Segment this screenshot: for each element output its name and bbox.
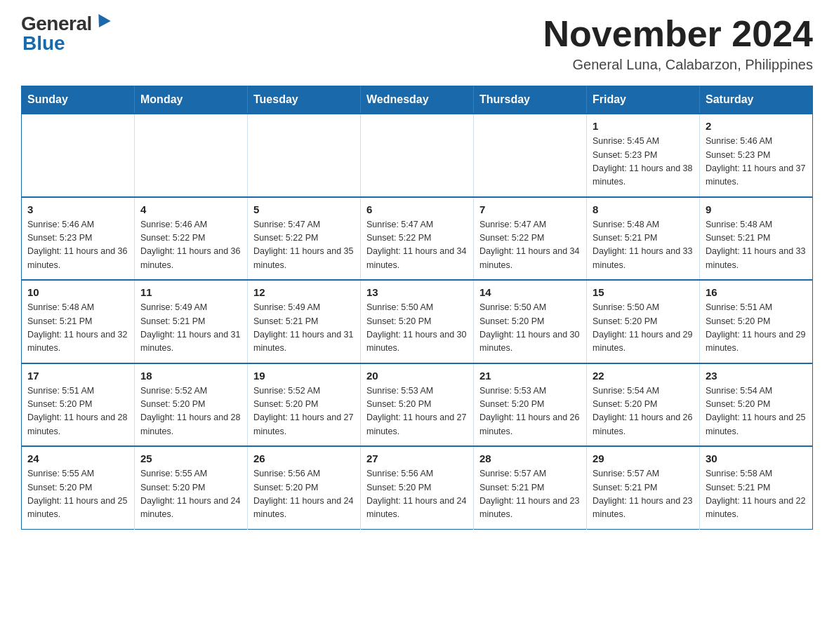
day-of-week-header: Thursday xyxy=(474,86,587,114)
day-number: 21 xyxy=(479,370,581,382)
calendar-header-row: SundayMondayTuesdayWednesdayThursdayFrid… xyxy=(22,86,813,114)
day-info: Sunrise: 5:50 AMSunset: 5:20 PMDaylight:… xyxy=(593,301,694,356)
calendar-day-cell: 17Sunrise: 5:51 AMSunset: 5:20 PMDayligh… xyxy=(22,363,135,447)
day-info: Sunrise: 5:51 AMSunset: 5:20 PMDaylight:… xyxy=(706,301,807,356)
day-info: Sunrise: 5:47 AMSunset: 5:22 PMDaylight:… xyxy=(366,218,468,273)
day-info: Sunrise: 5:46 AMSunset: 5:23 PMDaylight:… xyxy=(706,135,807,189)
day-number: 13 xyxy=(366,286,468,298)
day-info: Sunrise: 5:53 AMSunset: 5:20 PMDaylight:… xyxy=(479,384,581,439)
calendar-week-row: 17Sunrise: 5:51 AMSunset: 5:20 PMDayligh… xyxy=(22,363,813,447)
day-info: Sunrise: 5:54 AMSunset: 5:20 PMDaylight:… xyxy=(706,384,807,439)
calendar-day-cell: 11Sunrise: 5:49 AMSunset: 5:21 PMDayligh… xyxy=(135,280,248,363)
logo-general-text: General xyxy=(21,14,92,34)
day-number: 30 xyxy=(706,452,807,464)
day-number: 20 xyxy=(366,370,468,382)
calendar-day-cell: 1Sunrise: 5:45 AMSunset: 5:23 PMDaylight… xyxy=(587,114,700,197)
day-of-week-header: Wednesday xyxy=(361,86,474,114)
day-info: Sunrise: 5:47 AMSunset: 5:22 PMDaylight:… xyxy=(479,218,581,273)
day-info: Sunrise: 5:49 AMSunset: 5:21 PMDaylight:… xyxy=(140,301,241,356)
day-of-week-header: Tuesday xyxy=(248,86,361,114)
day-info: Sunrise: 5:53 AMSunset: 5:20 PMDaylight:… xyxy=(366,384,468,439)
day-info: Sunrise: 5:50 AMSunset: 5:20 PMDaylight:… xyxy=(479,301,581,356)
calendar-day-cell: 10Sunrise: 5:48 AMSunset: 5:21 PMDayligh… xyxy=(22,280,135,363)
calendar-day-cell xyxy=(135,114,248,197)
day-info: Sunrise: 5:55 AMSunset: 5:20 PMDaylight:… xyxy=(27,467,128,522)
calendar-day-cell: 15Sunrise: 5:50 AMSunset: 5:20 PMDayligh… xyxy=(587,280,700,363)
day-number: 3 xyxy=(27,203,128,215)
day-info: Sunrise: 5:46 AMSunset: 5:23 PMDaylight:… xyxy=(27,218,128,273)
logo: General Blue xyxy=(21,14,109,53)
calendar-day-cell: 13Sunrise: 5:50 AMSunset: 5:20 PMDayligh… xyxy=(361,280,474,363)
day-number: 24 xyxy=(27,452,128,464)
logo-triangle-icon xyxy=(93,14,110,31)
day-info: Sunrise: 5:49 AMSunset: 5:21 PMDaylight:… xyxy=(253,301,355,356)
logo-blue-text: Blue xyxy=(22,34,65,53)
calendar-week-row: 3Sunrise: 5:46 AMSunset: 5:23 PMDaylight… xyxy=(22,197,813,281)
day-number: 5 xyxy=(253,203,355,215)
day-info: Sunrise: 5:48 AMSunset: 5:21 PMDaylight:… xyxy=(706,218,807,273)
day-info: Sunrise: 5:57 AMSunset: 5:21 PMDaylight:… xyxy=(479,467,581,522)
page-header: General Blue November 2024 General Luna,… xyxy=(21,14,813,73)
calendar-day-cell: 28Sunrise: 5:57 AMSunset: 5:21 PMDayligh… xyxy=(474,446,587,529)
day-number: 9 xyxy=(706,203,807,215)
day-number: 19 xyxy=(253,370,355,382)
calendar-week-row: 10Sunrise: 5:48 AMSunset: 5:21 PMDayligh… xyxy=(22,280,813,363)
day-number: 16 xyxy=(706,286,807,298)
day-number: 12 xyxy=(253,286,355,298)
calendar-week-row: 24Sunrise: 5:55 AMSunset: 5:20 PMDayligh… xyxy=(22,446,813,529)
calendar-day-cell: 27Sunrise: 5:56 AMSunset: 5:20 PMDayligh… xyxy=(361,446,474,529)
calendar-day-cell: 22Sunrise: 5:54 AMSunset: 5:20 PMDayligh… xyxy=(587,363,700,447)
location-text: General Luna, Calabarzon, Philippines xyxy=(543,57,813,73)
calendar-day-cell: 2Sunrise: 5:46 AMSunset: 5:23 PMDaylight… xyxy=(700,114,813,197)
calendar-day-cell: 19Sunrise: 5:52 AMSunset: 5:20 PMDayligh… xyxy=(248,363,361,447)
calendar-day-cell: 14Sunrise: 5:50 AMSunset: 5:20 PMDayligh… xyxy=(474,280,587,363)
calendar-day-cell: 26Sunrise: 5:56 AMSunset: 5:20 PMDayligh… xyxy=(248,446,361,529)
day-of-week-header: Monday xyxy=(135,86,248,114)
day-of-week-header: Saturday xyxy=(700,86,813,114)
day-info: Sunrise: 5:48 AMSunset: 5:21 PMDaylight:… xyxy=(593,218,694,273)
day-info: Sunrise: 5:51 AMSunset: 5:20 PMDaylight:… xyxy=(27,384,128,439)
calendar-day-cell: 29Sunrise: 5:57 AMSunset: 5:21 PMDayligh… xyxy=(587,446,700,529)
calendar-table: SundayMondayTuesdayWednesdayThursdayFrid… xyxy=(21,86,813,530)
calendar-day-cell: 25Sunrise: 5:55 AMSunset: 5:20 PMDayligh… xyxy=(135,446,248,529)
calendar-week-row: 1Sunrise: 5:45 AMSunset: 5:23 PMDaylight… xyxy=(22,114,813,197)
calendar-day-cell: 23Sunrise: 5:54 AMSunset: 5:20 PMDayligh… xyxy=(700,363,813,447)
day-number: 22 xyxy=(593,370,694,382)
calendar-day-cell: 4Sunrise: 5:46 AMSunset: 5:22 PMDaylight… xyxy=(135,197,248,281)
day-number: 1 xyxy=(593,120,694,132)
title-area: November 2024 General Luna, Calabarzon, … xyxy=(543,14,813,73)
calendar-day-cell: 5Sunrise: 5:47 AMSunset: 5:22 PMDaylight… xyxy=(248,197,361,281)
day-info: Sunrise: 5:55 AMSunset: 5:20 PMDaylight:… xyxy=(140,467,241,522)
calendar-day-cell: 30Sunrise: 5:58 AMSunset: 5:21 PMDayligh… xyxy=(700,446,813,529)
day-info: Sunrise: 5:56 AMSunset: 5:20 PMDaylight:… xyxy=(253,467,355,522)
calendar-day-cell: 21Sunrise: 5:53 AMSunset: 5:20 PMDayligh… xyxy=(474,363,587,447)
day-info: Sunrise: 5:50 AMSunset: 5:20 PMDaylight:… xyxy=(366,301,468,356)
calendar-day-cell: 9Sunrise: 5:48 AMSunset: 5:21 PMDaylight… xyxy=(700,197,813,281)
day-of-week-header: Sunday xyxy=(22,86,135,114)
day-number: 6 xyxy=(366,203,468,215)
day-info: Sunrise: 5:58 AMSunset: 5:21 PMDaylight:… xyxy=(706,467,807,522)
day-number: 4 xyxy=(140,203,241,215)
calendar-day-cell xyxy=(248,114,361,197)
day-number: 26 xyxy=(253,452,355,464)
day-info: Sunrise: 5:56 AMSunset: 5:20 PMDaylight:… xyxy=(366,467,468,522)
calendar-day-cell: 20Sunrise: 5:53 AMSunset: 5:20 PMDayligh… xyxy=(361,363,474,447)
day-info: Sunrise: 5:47 AMSunset: 5:22 PMDaylight:… xyxy=(253,218,355,273)
day-number: 11 xyxy=(140,286,241,298)
month-title: November 2024 xyxy=(543,14,813,54)
day-info: Sunrise: 5:48 AMSunset: 5:21 PMDaylight:… xyxy=(27,301,128,356)
calendar-day-cell: 12Sunrise: 5:49 AMSunset: 5:21 PMDayligh… xyxy=(248,280,361,363)
day-number: 18 xyxy=(140,370,241,382)
calendar-day-cell xyxy=(361,114,474,197)
day-number: 17 xyxy=(27,370,128,382)
day-number: 8 xyxy=(593,203,694,215)
day-number: 2 xyxy=(706,120,807,132)
day-info: Sunrise: 5:46 AMSunset: 5:22 PMDaylight:… xyxy=(140,218,241,273)
calendar-day-cell: 3Sunrise: 5:46 AMSunset: 5:23 PMDaylight… xyxy=(22,197,135,281)
calendar-day-cell xyxy=(22,114,135,197)
day-number: 29 xyxy=(593,452,694,464)
calendar-day-cell: 6Sunrise: 5:47 AMSunset: 5:22 PMDaylight… xyxy=(361,197,474,281)
day-number: 15 xyxy=(593,286,694,298)
day-number: 7 xyxy=(479,203,581,215)
day-info: Sunrise: 5:57 AMSunset: 5:21 PMDaylight:… xyxy=(593,467,694,522)
